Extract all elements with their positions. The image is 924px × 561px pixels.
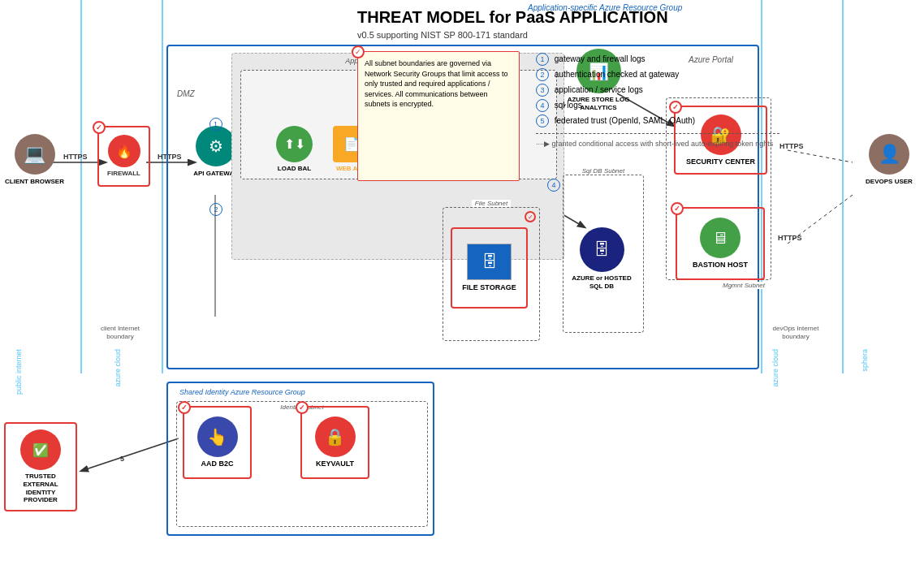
https-label-client-fw: HTTPS (63, 153, 88, 161)
label-azure-cloud-left: azure cloud (114, 349, 122, 387)
legend-item-2: 2 authentication checked at gateway (536, 67, 779, 82)
legend-item-5: 5 federated trust (OpenId, SAML, OAuth) (536, 113, 779, 128)
legend-item-3: 3 application / service logs (536, 82, 779, 97)
threat-model-section: THREAT MODEL for PaaS APPLICATION v0.5 s… (357, 8, 909, 187)
keyvault-box: ✓ 🔒 KEYVAULT (300, 406, 369, 479)
arrow-5-label: 5 (120, 455, 124, 463)
legend-item-4: 4 sql logs (536, 97, 779, 113)
label-public-internet: public internet (15, 349, 23, 395)
client-internet-boundary: client Internet boundary (88, 325, 153, 342)
bastion-host-box: ✓ 🖥 BASTION HOST (676, 207, 765, 280)
notes-box: ✓ All subnet boundaries are governed via… (357, 51, 520, 181)
threat-subtitle: v0.5 supporting NIST SP 800-171 standard (357, 30, 909, 40)
devops-internet-boundary: devOps Internet boundary (763, 325, 828, 342)
client-browser: 💻 CLIENT BROWSER (4, 134, 65, 186)
aad-b2c-box: ✓ 👆 AAD B2C (183, 406, 252, 479)
svg-line-16 (81, 438, 179, 471)
keyvault-checkmark: ✓ (296, 401, 309, 414)
legend-items: 1 gateway and firewall logs 2 authentica… (536, 51, 779, 181)
trusted-external-box: ✅ TRUSTED EXTERNAL IDENTITY PROVIDER (4, 422, 77, 511)
label-azure-cloud-right: azure cloud (771, 349, 779, 387)
https-label-bastion: HTTPS (778, 234, 802, 242)
file-storage-box: 🗄 FILE STORAGE (451, 227, 528, 309)
legend-item-1: 1 gateway and firewall logs (536, 51, 779, 67)
firewall-box: ✓ 🔥 FIREWALL (97, 126, 150, 187)
firewall-checkmark: ✓ (93, 121, 106, 134)
aad-checkmark: ✓ (178, 401, 191, 414)
label-sphera: sphera (861, 349, 869, 372)
dashed-arrow-legend: ····▶ granted conditional access with sh… (536, 133, 779, 151)
diagram-container: Application-specific Azure Resource Grou… (0, 0, 924, 561)
bastion-checkmark: ✓ (671, 202, 684, 215)
azure-hosted-sql: 🗄 AZURE or HOSTED SQL DB (565, 227, 638, 290)
load-bal-1: ⬆⬇ LOAD BAL (268, 126, 321, 173)
threat-title: THREAT MODEL for PaaS APPLICATION (357, 8, 909, 27)
